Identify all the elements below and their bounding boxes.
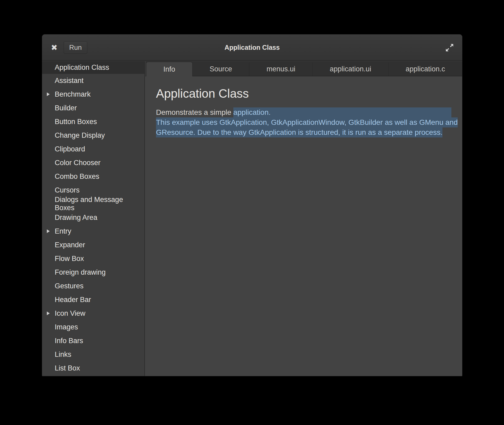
sidebar-item-gestures[interactable]: Gestures (42, 279, 144, 293)
sidebar-item-label: Foreign drawing (55, 268, 106, 276)
close-icon: ✖ (51, 43, 57, 52)
description-line-2: This example uses GtkApplication, GtkApp… (156, 117, 451, 127)
sidebar-item-label: Cursors (55, 186, 80, 194)
page-title: Application Class (156, 86, 462, 101)
text-unselected: Demonstrates a simple (156, 107, 233, 117)
sidebar-item-expander[interactable]: Expander (42, 238, 144, 252)
sidebar-item-label: Header Bar (55, 296, 91, 304)
fullscreen-button[interactable] (444, 42, 455, 54)
tab-strip: InfoSourcemenus.uiapplication.uiapplicat… (145, 61, 462, 76)
expander-arrow-icon[interactable] (47, 312, 50, 315)
sidebar-item-change-display[interactable]: Change Display (42, 129, 144, 142)
sidebar-item-label: List Box (55, 364, 80, 372)
header-bar: ✖ Run Application Class (42, 34, 462, 61)
sidebar-item-label: Builder (55, 104, 77, 112)
sidebar-item-label: Icon View (55, 309, 85, 318)
desktop-background: ✖ Run Application Class Application Clas… (0, 0, 504, 425)
selection-fill (271, 107, 451, 117)
sidebar-item-benchmark[interactable]: Benchmark (42, 87, 144, 101)
run-button-label: Run (69, 43, 82, 52)
sidebar-item-builder[interactable]: Builder (42, 101, 144, 115)
sidebar-item-info-bars[interactable]: Info Bars (42, 334, 144, 348)
sidebar-item-images[interactable]: Images (42, 320, 144, 334)
expander-arrow-icon[interactable] (47, 229, 50, 233)
close-button[interactable]: ✖ (49, 42, 59, 54)
sidebar-item-label: Flow Box (55, 255, 84, 263)
tab-label: Info (163, 65, 175, 73)
run-button[interactable]: Run (64, 41, 87, 54)
description-line-3: GResource. Due to the way GtkApplication… (156, 127, 451, 137)
sidebar-demo-list: Application ClassAssistantBenchmarkBuild… (42, 61, 145, 376)
sidebar-item-label: Images (55, 323, 78, 331)
sidebar-item-combo-boxes[interactable]: Combo Boxes (42, 170, 144, 183)
sidebar-item-label: Button Boxes (55, 118, 97, 126)
sidebar-item-dialogs-and-message-boxes[interactable]: Dialogs and Message Boxes (42, 197, 144, 211)
sidebar-item-label: Clipboard (55, 145, 85, 153)
app-window: ✖ Run Application Class Application Clas… (42, 34, 462, 376)
sidebar-item-clipboard[interactable]: Clipboard (42, 142, 144, 156)
sidebar-item-button-boxes[interactable]: Button Boxes (42, 115, 144, 129)
sidebar-item-foreign-drawing[interactable]: Foreign drawing (42, 265, 144, 279)
window-title: Application Class (42, 44, 462, 51)
sidebar-item-color-chooser[interactable]: Color Chooser (42, 156, 144, 170)
sidebar-item-header-bar[interactable]: Header Bar (42, 293, 144, 307)
text-selected: This example uses GtkApplication, GtkApp… (156, 117, 458, 127)
sidebar-item-label: Benchmark (55, 90, 91, 98)
sidebar-item-label: Expander (55, 241, 85, 249)
sidebar-item-drawing-area[interactable]: Drawing Area (42, 211, 144, 224)
tab-info[interactable]: Info (146, 62, 193, 76)
tab-label: menus.ui (266, 65, 295, 73)
tab-application-c[interactable]: application.c (388, 62, 462, 76)
tab-source[interactable]: Source (193, 62, 249, 76)
sidebar-item-label: Combo Boxes (55, 172, 99, 181)
text-selected: application. (233, 107, 271, 117)
sidebar-item-label: Links (55, 350, 71, 359)
sidebar-item-flow-box[interactable]: Flow Box (42, 252, 144, 265)
tab-application-ui[interactable]: application.ui (313, 62, 388, 76)
expander-arrow-icon[interactable] (47, 92, 50, 96)
description-text: Demonstrates a simple application. This … (156, 107, 451, 137)
sidebar-item-links[interactable]: Links (42, 348, 144, 361)
sidebar-item-label: Gestures (55, 282, 84, 290)
sidebar-item-label: Info Bars (55, 337, 83, 345)
description-line-1: Demonstrates a simple application. (156, 107, 451, 117)
tab-label: application.ui (330, 65, 371, 73)
info-page: Application Class Demonstrates a simple … (145, 76, 462, 376)
sidebar-item-list-box[interactable]: List Box (42, 361, 144, 375)
sidebar-item-label: Assistant (55, 77, 84, 85)
sidebar-item-icon-view[interactable]: Icon View (42, 307, 144, 320)
sidebar-item-application-class[interactable]: Application Class (42, 61, 144, 74)
tab-label: application.c (406, 65, 445, 73)
sidebar-item-cursors[interactable]: Cursors (42, 183, 144, 197)
sidebar-item-label: Drawing Area (55, 214, 97, 222)
sidebar-item-label: Color Chooser (55, 159, 100, 167)
sidebar-item-entry[interactable]: Entry (42, 224, 144, 238)
text-selected: GResource. Due to the way GtkApplication… (156, 127, 442, 137)
sidebar-item-label: Dialogs and Message Boxes (55, 196, 144, 212)
tab-menus-ui[interactable]: menus.ui (249, 62, 312, 76)
fullscreen-icon (445, 43, 454, 52)
sidebar-item-assistant[interactable]: Assistant (42, 74, 144, 87)
tab-label: Source (210, 65, 232, 73)
sidebar-item-label: Entry (55, 227, 71, 235)
sidebar-item-label: Change Display (55, 131, 105, 140)
sidebar-item-label: Application Class (55, 63, 109, 72)
